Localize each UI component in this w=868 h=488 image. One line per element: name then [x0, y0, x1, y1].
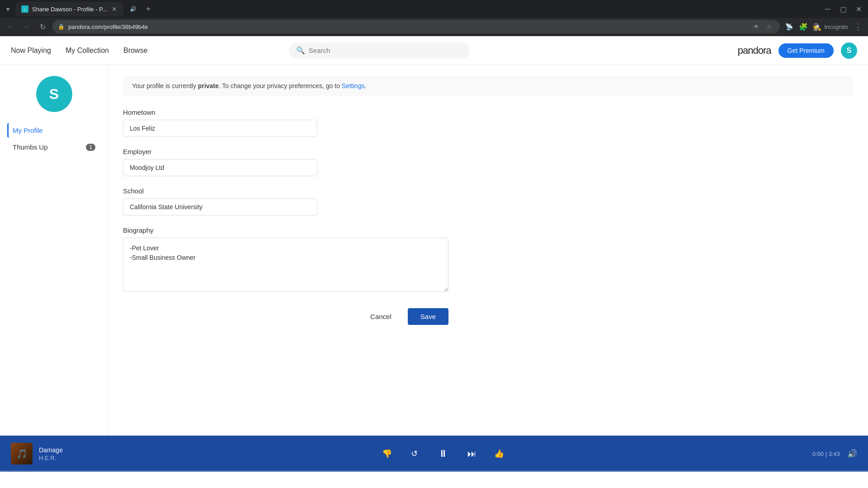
form-actions: Cancel Save: [123, 308, 448, 325]
back-btn[interactable]: ←: [4, 20, 16, 33]
nav-right: pandora Get Premium S: [738, 42, 857, 59]
volume-icon[interactable]: 🔊: [847, 449, 857, 459]
thumbs-up-badge: 1: [86, 144, 95, 151]
content-area: Your profile is currently private. To ch…: [108, 65, 868, 436]
settings-link[interactable]: Settings: [342, 82, 365, 89]
minimize-btn[interactable]: ─: [822, 3, 834, 15]
now-playing-nav-link[interactable]: Now Playing: [11, 47, 51, 55]
security-lock-icon: 🔒: [58, 23, 65, 30]
search-bar-container: 🔍: [289, 42, 470, 58]
user-avatar-btn[interactable]: S: [841, 42, 857, 59]
thumbs-up-btn[interactable]: 👍: [491, 446, 507, 462]
biography-group: Biography document.querySelector('[data-…: [123, 226, 448, 294]
tab-dropdown-btn[interactable]: ▾: [4, 5, 12, 14]
hometown-input[interactable]: [123, 120, 317, 137]
close-btn[interactable]: ✕: [853, 3, 864, 15]
title-bar: ▾ ♪ Shane Dawson - Profile - P... ✕ 🔊 + …: [0, 0, 868, 18]
bookmark-icon[interactable]: ☆: [764, 21, 774, 32]
privacy-suffix: . To change your privacy preferences, go…: [219, 82, 342, 89]
track-info: 🎵 Damage H.E.R.: [11, 443, 119, 465]
cast-icon[interactable]: 📡: [783, 21, 794, 32]
profile-form: Hometown document.querySelector('[data-n…: [123, 108, 448, 325]
browse-nav-link[interactable]: Browse: [123, 47, 147, 55]
track-thumb-inner: 🎵: [11, 443, 33, 465]
employer-group: Employer document.querySelector('[data-n…: [123, 148, 448, 176]
employer-label: Employer: [123, 148, 448, 155]
thumbs-down-btn[interactable]: 👎: [379, 446, 395, 462]
pause-btn[interactable]: ⏸: [433, 444, 453, 464]
player-right: 0:00 | 3:43 🔊: [767, 449, 857, 459]
track-name: Damage: [39, 446, 63, 454]
player-controls: 👎 ↺ ⏸ ⏭ 👍: [119, 444, 767, 464]
eye-off-icon[interactable]: 👁: [751, 21, 762, 32]
top-nav: Now Playing My Collection Browse 🔍 pando…: [0, 36, 868, 65]
save-btn[interactable]: Save: [408, 308, 448, 325]
now-playing-bar: 🎵 Damage H.E.R. 👎 ↺ ⏸ ⏭ 👍 0:00 | 3:43 🔊: [0, 436, 868, 472]
pandora-app: Now Playing My Collection Browse 🔍 pando…: [0, 36, 868, 472]
track-thumbnail: 🎵: [11, 443, 33, 465]
hometown-group: Hometown document.querySelector('[data-n…: [123, 108, 448, 137]
tab-favicon: ♪: [21, 5, 28, 13]
time-separator: |: [826, 450, 829, 457]
sidebar-item-thumbs-up[interactable]: Thumbs Up 1: [7, 140, 101, 155]
pandora-logo: pandora: [738, 45, 771, 56]
sidebar-avatar: S: [36, 76, 72, 112]
employer-input[interactable]: [123, 159, 317, 176]
school-input[interactable]: [123, 198, 317, 216]
incognito-section: 🕵 Incognito: [812, 23, 848, 31]
browser-menu-btn[interactable]: ⋮: [852, 20, 864, 33]
sidebar: S My Profile Thumbs Up 1: [0, 65, 108, 436]
incognito-icon: 🕵: [812, 23, 821, 31]
my-collection-nav-link[interactable]: My Collection: [66, 47, 109, 55]
address-bar-icons: 👁 ☆: [751, 21, 774, 32]
sidebar-item-my-profile[interactable]: My Profile: [7, 123, 101, 138]
maximize-btn[interactable]: ▢: [837, 3, 849, 15]
privacy-prefix: Your profile is currently: [132, 82, 198, 89]
tab-title: Shane Dawson - Profile - P...: [32, 6, 107, 13]
current-time: 0:00: [812, 450, 824, 457]
window-controls: ─ ▢ ✕: [822, 3, 864, 15]
track-artist: H.E.R.: [39, 455, 63, 461]
browser-chrome: ▾ ♪ Shane Dawson - Profile - P... ✕ 🔊 + …: [0, 0, 868, 36]
incognito-label: Incognito: [824, 23, 848, 30]
thumbs-up-label: Thumbs Up: [13, 143, 48, 151]
time-display: 0:00 | 3:43: [812, 450, 840, 457]
tab-audio-icon[interactable]: 🔊: [128, 4, 138, 14]
school-group: School document.querySelector('[data-nam…: [123, 187, 448, 216]
search-input[interactable]: [309, 47, 462, 54]
address-bar[interactable]: 🔒 pandora.com/profile/38b49b4e 👁 ☆: [52, 20, 780, 33]
forward-btn[interactable]: →: [20, 20, 33, 33]
biography-label: Biography: [123, 226, 448, 234]
school-label: School: [123, 187, 448, 195]
total-time: 3:43: [829, 450, 840, 457]
biography-textarea[interactable]: [123, 238, 448, 292]
nav-links: Now Playing My Collection Browse: [11, 47, 147, 55]
active-tab[interactable]: ♪ Shane Dawson - Profile - P... ✕: [16, 2, 123, 16]
cancel-btn[interactable]: Cancel: [361, 308, 401, 325]
tab-close-btn[interactable]: ✕: [111, 5, 118, 13]
my-profile-label: My Profile: [13, 127, 43, 134]
skip-forward-btn[interactable]: ⏭: [464, 446, 480, 462]
reload-btn[interactable]: ↻: [36, 20, 49, 33]
progress-bar-container[interactable]: [0, 470, 868, 472]
track-details: Damage H.E.R.: [39, 446, 63, 461]
get-premium-btn[interactable]: Get Premium: [778, 43, 834, 58]
url-text: pandora.com/profile/38b49b4e: [68, 23, 747, 30]
address-bar-row: ← → ↻ 🔒 pandora.com/profile/38b49b4e 👁 ☆…: [0, 18, 868, 36]
search-icon: 🔍: [296, 46, 305, 55]
hometown-label: Hometown: [123, 108, 448, 116]
main-layout: S My Profile Thumbs Up 1 Your profile is…: [0, 65, 868, 436]
replay-btn[interactable]: ↺: [406, 446, 422, 462]
new-tab-btn[interactable]: +: [142, 3, 155, 15]
privacy-bold: private: [198, 82, 219, 89]
extensions-icon[interactable]: 🧩: [798, 21, 809, 32]
privacy-notice: Your profile is currently private. To ch…: [123, 76, 854, 96]
